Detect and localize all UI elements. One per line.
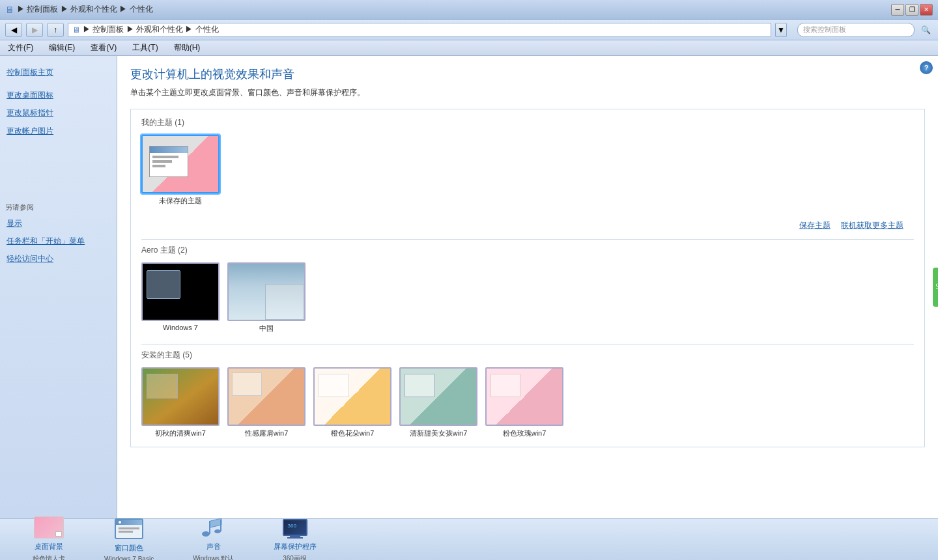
sound-label: 声音 bbox=[206, 542, 221, 552]
divider-1 bbox=[141, 239, 914, 240]
sidebar-item-home[interactable]: 控制面板主页 bbox=[5, 64, 111, 81]
bottom-sound[interactable]: 声音 Windows 默认 bbox=[173, 516, 253, 560]
sweet-window bbox=[405, 374, 434, 397]
themes-scroll-area[interactable]: 我的主题 (1) bbox=[130, 109, 925, 447]
save-theme-link[interactable]: 保存主题 bbox=[799, 220, 831, 231]
content-inner: 更改计算机上的视觉效果和声音 单击某个主题立即更改桌面背景、窗口颜色、声音和屏幕… bbox=[117, 56, 938, 458]
window-color-icon bbox=[113, 517, 145, 540]
screensaver-sublabel: 360画报 bbox=[283, 554, 307, 560]
title-bar-left: 🖥 ▶ 控制面板 ▶ 外观和个性化 ▶ 个性化 bbox=[5, 4, 153, 15]
menu-help[interactable]: 帮助(H) bbox=[171, 41, 203, 55]
orange-preview bbox=[313, 367, 391, 426]
sidebar-item-account-pic[interactable]: 更改帐户图片 bbox=[5, 122, 111, 140]
sweet-name: 清新甜美女孩win7 bbox=[410, 428, 468, 438]
sidebar-also-label: 另请参阅 bbox=[5, 203, 111, 212]
title-bar: 🖥 ▶ 控制面板 ▶ 外观和个性化 ▶ 个性化 ─ ❐ ✕ bbox=[0, 0, 938, 20]
theme-china[interactable]: 中国 bbox=[227, 262, 306, 333]
sidebar-item-display[interactable]: 显示 bbox=[5, 215, 111, 232]
rose-preview bbox=[485, 367, 563, 426]
theme-orange[interactable]: 橙色花朵win7 bbox=[313, 367, 391, 438]
china-overlay bbox=[265, 284, 304, 320]
bottom-window-color[interactable]: 窗口颜色 Windows 7 Basic bbox=[85, 517, 173, 561]
unsaved-preview bbox=[141, 135, 220, 193]
theme-autumn[interactable]: 初秋的清爽win7 bbox=[141, 367, 220, 438]
window-color-sublabel: Windows 7 Basic bbox=[104, 555, 154, 561]
address-box[interactable]: 🖥 ▶ 控制面板 ▶ 外观和个性化 ▶ 个性化 bbox=[68, 23, 771, 37]
menu-bar: 文件(F) 编辑(E) 查看(V) 工具(T) 帮助(H) bbox=[0, 40, 938, 56]
rose-window bbox=[490, 374, 520, 397]
sidebar: 控制面板主页 更改桌面图标 更改鼠标指针 更改帐户图片 另请参阅 显示 任务栏和… bbox=[0, 56, 117, 518]
orange-name: 橙色花朵win7 bbox=[331, 428, 375, 438]
china-preview bbox=[227, 262, 306, 321]
win7-preview bbox=[141, 262, 220, 321]
svg-point-0 bbox=[202, 531, 210, 537]
bottom-desktop-bg[interactable]: 桌面背景 粉色情人卡 bbox=[13, 516, 85, 560]
theme-unsaved[interactable]: 未保存的主题 bbox=[141, 135, 220, 206]
help-button[interactable]: ? bbox=[920, 61, 933, 74]
search-placeholder: 搜索控制面板 bbox=[803, 25, 846, 35]
save-links: 保存主题 联机获取更多主题 bbox=[141, 216, 914, 234]
page-title: 更改计算机上的视觉效果和声音 bbox=[130, 66, 925, 82]
sexy-window bbox=[232, 372, 262, 396]
back-button[interactable]: ◀ bbox=[5, 23, 22, 37]
sound-icon-svg bbox=[201, 517, 227, 538]
sidebar-item-mouse[interactable]: 更改鼠标指针 bbox=[5, 104, 111, 122]
aero-label: Aero 主题 (2) bbox=[141, 245, 914, 256]
page-desc: 单击某个主题立即更改桌面背景、窗口颜色、声音和屏幕保护程序。 bbox=[130, 87, 925, 98]
svg-rect-3 bbox=[220, 520, 221, 531]
close-button[interactable]: ✕ bbox=[920, 4, 933, 16]
unsaved-window bbox=[149, 146, 188, 177]
sidebar-item-ease[interactable]: 轻松访问中心 bbox=[5, 250, 111, 268]
menu-edit[interactable]: 编辑(E) bbox=[46, 41, 78, 55]
side-decoration: 57 bbox=[933, 268, 938, 307]
title-bar-controls: ─ ❐ ✕ bbox=[891, 4, 933, 16]
address-icon: 🖥 bbox=[72, 25, 80, 35]
title-path: ▶ 控制面板 ▶ 外观和个性化 ▶ 个性化 bbox=[17, 4, 153, 15]
sexy-preview bbox=[227, 367, 306, 426]
rose-name: 粉色玫瑰win7 bbox=[503, 428, 547, 438]
forward-button[interactable]: ▶ bbox=[26, 23, 43, 37]
sidebar-item-desktop-icon[interactable]: 更改桌面图标 bbox=[5, 87, 111, 104]
desktop-bg-label: 桌面背景 bbox=[35, 542, 63, 552]
unsaved-window-title bbox=[150, 147, 188, 153]
autumn-preview bbox=[141, 367, 220, 426]
menu-view[interactable]: 查看(V) bbox=[88, 41, 119, 55]
theme-windows7[interactable]: Windows 7 bbox=[141, 262, 220, 333]
menu-tools[interactable]: 工具(T) bbox=[130, 41, 160, 55]
china-name: 中国 bbox=[259, 324, 274, 333]
installed-themes-row: 初秋的清爽win7 性感露肩win7 橙色花朵win bbox=[141, 367, 914, 438]
desktop-bg-sublabel: 粉色情人卡 bbox=[33, 554, 65, 560]
my-themes-row: 未保存的主题 bbox=[141, 135, 914, 206]
restore-button[interactable]: ❐ bbox=[905, 4, 918, 16]
theme-rose[interactable]: 粉色玫瑰win7 bbox=[485, 367, 563, 438]
address-dropdown[interactable]: ▼ bbox=[775, 23, 787, 37]
address-bar: ◀ ▶ ↑ 🖥 ▶ 控制面板 ▶ 外观和个性化 ▶ 个性化 ▼ 搜索控制面板 🔍 bbox=[0, 20, 938, 40]
bottom-screensaver[interactable]: 360 屏幕保护程序 360画报 bbox=[254, 516, 336, 560]
divider-2 bbox=[141, 344, 914, 344]
sound-icon bbox=[198, 516, 229, 539]
screensaver-icon: 360 bbox=[279, 516, 311, 539]
installed-label: 安装的主题 (5) bbox=[141, 350, 914, 361]
unsaved-line-2 bbox=[152, 160, 172, 163]
address-text: ▶ 控制面板 ▶ 外观和个性化 ▶ 个性化 bbox=[83, 24, 219, 35]
sidebar-item-taskbar[interactable]: 任务栏和「开始」菜单 bbox=[5, 232, 111, 250]
up-button[interactable]: ↑ bbox=[47, 23, 64, 37]
unsaved-line-3 bbox=[152, 165, 165, 167]
window-color-label: 窗口颜色 bbox=[115, 543, 143, 553]
aero-themes-row: Windows 7 中国 bbox=[141, 262, 914, 333]
search-button[interactable]: 🔍 bbox=[918, 23, 933, 37]
minimize-button[interactable]: ─ bbox=[891, 4, 904, 16]
search-box: 搜索控制面板 bbox=[797, 23, 915, 37]
unsaved-theme-name: 未保存的主题 bbox=[159, 196, 202, 206]
get-more-link[interactable]: 联机获取更多主题 bbox=[841, 220, 903, 231]
themes-inner: 我的主题 (1) bbox=[131, 109, 924, 447]
theme-sweet[interactable]: 清新甜美女孩win7 bbox=[399, 367, 477, 438]
theme-sexy[interactable]: 性感露肩win7 bbox=[227, 367, 306, 438]
sexy-name: 性感露肩win7 bbox=[245, 428, 289, 438]
bottom-bar: 桌面背景 粉色情人卡 窗口颜色 Windows 7 Basic bbox=[0, 518, 938, 560]
autumn-window bbox=[147, 374, 178, 399]
unsaved-window-body bbox=[150, 153, 188, 172]
window-icon: 🖥 bbox=[5, 5, 14, 15]
orange-window bbox=[319, 374, 348, 397]
menu-file[interactable]: 文件(F) bbox=[5, 41, 36, 55]
